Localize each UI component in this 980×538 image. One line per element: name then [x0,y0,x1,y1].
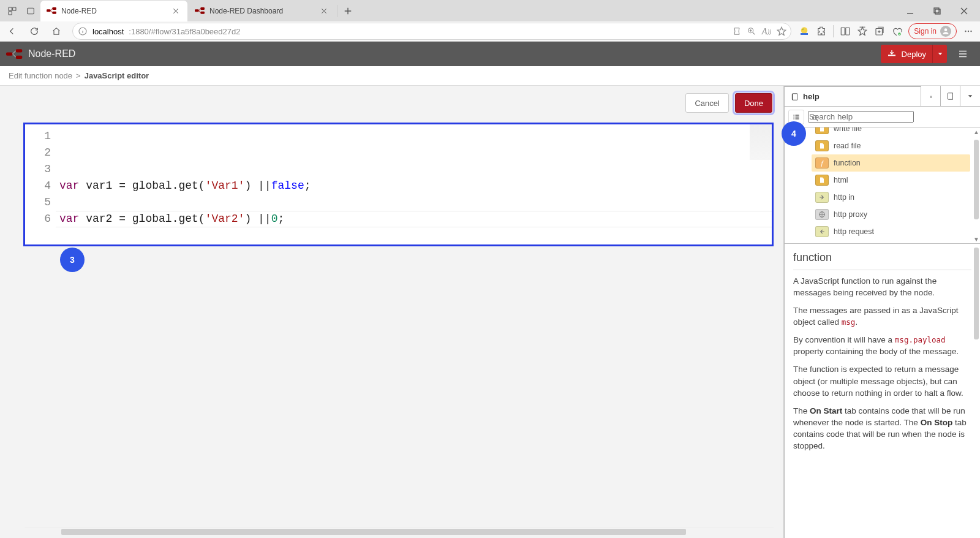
help-scrollbar[interactable] [973,244,980,538]
window-close-button[interactable] [952,2,976,20]
address-row: localhost:1880/#flow/31a5f8a0beed27d2 A)… [0,21,980,41]
sidebar-tab-help-label: help [803,92,820,101]
palette-item-http-proxy[interactable]: http proxy [812,206,970,223]
breadcrumb-sep: > [76,71,81,80]
svg-rect-9 [200,12,205,14]
palette-item-label: http in [834,193,854,202]
split-screen-icon[interactable] [840,26,851,37]
zoom-icon[interactable] [747,26,756,36]
svg-rect-15 [801,33,808,35]
palette-item-write-file[interactable]: write file [812,127,970,137]
help-paragraph: The On Start tab contains code that will… [793,405,967,452]
palette-item-html[interactable]: html [812,172,970,189]
search-icon [812,114,819,124]
annotation-callout-4: 4 [782,121,806,146]
sidebar: help write fileread fileffunctionhtmlhtt… [784,86,980,538]
help-paragraph: The messages are passed in as a JavaScri… [793,305,967,328]
url-path: :1880/#flow/31a5f8a0beed27d2 [129,27,240,36]
arrow-left-icon [815,226,829,237]
tab-favicon-2 [195,6,205,16]
nodered-product-name: Node-RED [28,48,75,59]
browser-tab-1[interactable]: Node-RED [40,1,187,21]
svg-rect-29 [796,115,799,116]
scroll-up-icon[interactable]: ▲ [973,127,980,136]
breadcrumb-a[interactable]: Edit function node [9,71,72,80]
palette-item-label: write file [834,127,862,133]
sidebar-tab-more[interactable] [960,86,980,106]
book-icon [791,93,799,101]
code-editor[interactable]: 1 2 3 4 5 6 var var1 = global.get('Var1'… [23,123,774,246]
deploy-dropdown-arrow[interactable] [932,45,947,63]
sidebar-tab-info[interactable] [921,86,941,106]
help-paragraph: The function is expected to return a mes… [793,363,967,398]
browser-more-icon[interactable] [963,26,974,37]
workspaces-button[interactable] [4,2,21,20]
main-menu-button[interactable] [952,45,974,63]
collections-icon[interactable] [874,26,885,37]
nav-home-button[interactable] [48,23,65,40]
tab-close-1[interactable] [170,6,181,17]
search-engine-icon[interactable] [732,26,742,36]
nav-back-button[interactable] [4,23,21,40]
palette-scrollbar[interactable]: ▲ ▼ [973,127,980,243]
tab-close-2[interactable] [318,6,330,17]
sidebar-tab-help[interactable]: help [785,86,921,106]
palette-item-http-in[interactable]: http in [812,189,970,206]
palette-item-label: html [834,176,848,184]
browser-tab-2[interactable]: Node-RED Dashboard [189,1,336,21]
window-maximize-button[interactable] [925,2,949,20]
help-search-input[interactable] [808,111,914,123]
signin-button[interactable]: Sign in [908,23,957,39]
svg-rect-10 [934,8,939,13]
svg-point-21 [965,31,966,32]
scroll-down-icon[interactable]: ▼ [973,235,980,243]
editor-code-area[interactable]: var var1 = global.get('Var1') ||false; v… [56,124,772,244]
globe-icon [815,209,829,220]
arrow-right-icon [815,192,829,203]
window-minimize-button[interactable] [898,2,922,20]
help-title: function [793,250,971,270]
svg-point-23 [970,31,971,32]
browser-essentials-icon[interactable] [891,26,902,37]
svg-rect-26 [16,56,23,59]
cancel-button[interactable]: Cancel [685,93,728,113]
palette-item-http-request[interactable]: http request [812,223,970,240]
editor-breadcrumb: Edit function node > JavaScript editor [0,66,980,86]
avatar-icon [940,26,951,37]
deploy-button[interactable]: Deploy [881,45,947,63]
extension-idm-icon[interactable] [799,26,810,37]
svg-point-34 [813,116,817,120]
address-bar[interactable]: localhost:1880/#flow/31a5f8a0beed27d2 A)… [72,23,791,40]
site-info-icon[interactable] [78,26,88,36]
svg-rect-31 [796,116,799,118]
svg-point-14 [801,27,808,34]
help-paragraph: A JavaScript function to run against the… [793,275,967,298]
editor-horizontal-scrollbar[interactable] [24,527,774,536]
svg-point-22 [968,31,969,32]
svg-rect-11 [935,9,940,14]
signin-label: Sign in [914,27,937,36]
palette-item-read-file[interactable]: read file [812,137,970,154]
tab-actions-button[interactable] [22,2,39,20]
line-number: 1 [25,128,51,145]
favorite-star-icon[interactable] [776,26,787,37]
tab-title-2: Node-RED Dashboard [209,7,283,15]
svg-rect-33 [796,118,799,119]
read-aloud-icon[interactable]: A)) [761,26,771,37]
extensions-icon[interactable] [816,26,827,37]
file-icon [815,127,829,134]
done-button[interactable]: Done [735,93,772,113]
tab-divider [337,5,337,17]
browser-toolbar-icons: Sign in [799,23,976,39]
fx-icon: f [815,157,829,169]
palette-item-label: http proxy [834,210,867,219]
new-tab-button[interactable] [339,2,357,20]
tab-title-1: Node-RED [61,7,97,15]
sidebar-tab-library[interactable] [941,86,960,106]
nav-refresh-button[interactable] [26,23,43,40]
deploy-icon [887,49,897,59]
palette-item-function[interactable]: ffunction [812,154,970,172]
svg-rect-0 [9,7,12,10]
editor-topbar: Cancel Done [0,86,783,115]
favorites-icon[interactable] [857,26,868,37]
